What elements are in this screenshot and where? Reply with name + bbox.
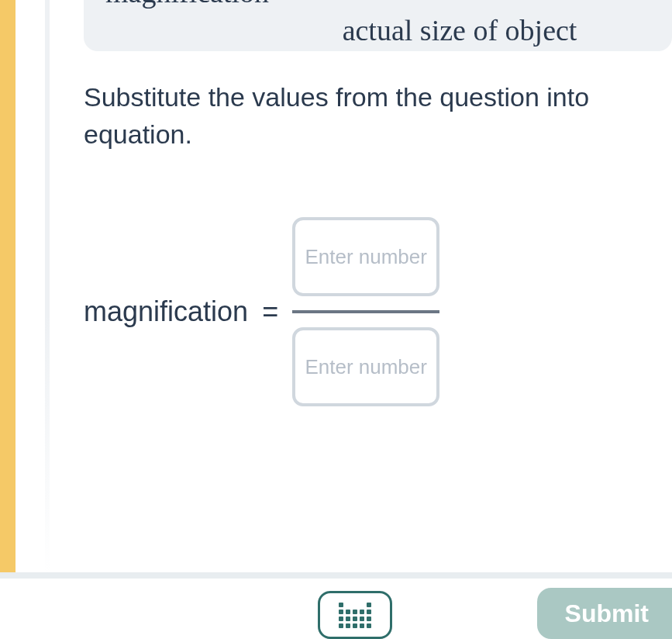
hint-rhs: actual size of object: [269, 0, 650, 50]
equation-row: magnification =: [84, 217, 439, 406]
vertical-rule: [45, 0, 50, 577]
submit-button[interactable]: Submit: [537, 588, 672, 639]
equals-sign: =: [262, 295, 278, 328]
equation-lhs: magnification: [84, 295, 248, 328]
submit-label: Submit: [565, 599, 649, 628]
instruction-text: Substitute the values from the question …: [84, 79, 672, 153]
left-accent-bar: [0, 0, 16, 577]
hint-lhs: magnification: [105, 0, 269, 11]
hint-box: magnification actual size of object: [84, 0, 672, 51]
fraction: [292, 217, 439, 406]
keypad-button[interactable]: [318, 591, 392, 639]
denominator-input[interactable]: [292, 327, 439, 406]
hint-rhs-denominator: actual size of object: [343, 12, 577, 50]
numerator-input[interactable]: [292, 217, 439, 296]
keypad-icon: [339, 603, 371, 628]
fraction-line: [292, 310, 439, 313]
bottom-divider: [0, 572, 672, 579]
